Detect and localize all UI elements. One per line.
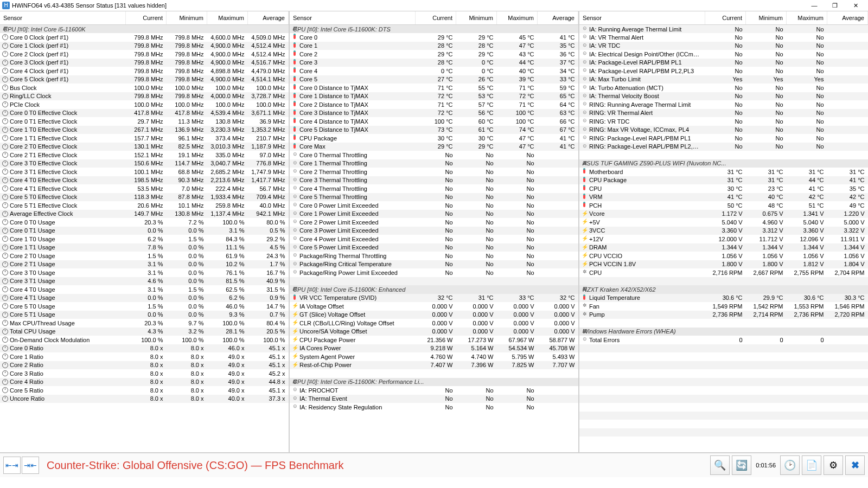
sensor-row[interactable]: Core 527 °C26 °C39 °C33 °C bbox=[290, 75, 578, 84]
sensor-row[interactable]: Core 4 Ratio8.0 x8.0 x49.0 x44.8 x bbox=[0, 378, 289, 387]
sensor-row[interactable]: IA: Package-Level RAPL/PBM PL2,PL3NoNoNo bbox=[579, 67, 868, 75]
sensor-row[interactable]: IA: VR TDCNoNoNo bbox=[579, 42, 868, 50]
section-header[interactable]: NZXT Kraken X42/X52/X62 bbox=[579, 285, 868, 294]
sensor-row[interactable]: RING: Package-Level RAPL/PBM PL2,PL3NoNo… bbox=[579, 143, 868, 151]
sensor-row[interactable]: Core 4 Thermal ThrottlingNoNoNo bbox=[290, 184, 578, 193]
sensor-row[interactable]: Core 1 Thermal ThrottlingNoNoNo bbox=[290, 159, 578, 168]
sensor-row[interactable]: Core 3 Power Limit ExceededNoNoNo bbox=[290, 227, 578, 235]
sensor-row[interactable]: Core 4 T0 Effective Clock198.5 MHz90.3 M… bbox=[0, 176, 289, 185]
sensor-row[interactable]: Core 5 T0 Usage1.5 %0.0 %46.0 %14.7 % bbox=[0, 302, 289, 311]
sensor-row[interactable]: Core 5 Thermal ThrottlingNoNoNo bbox=[290, 193, 578, 202]
col-current[interactable]: Current bbox=[126, 11, 167, 25]
col-minimum[interactable]: Minimum bbox=[746, 11, 787, 25]
sensor-row[interactable]: Core 4 Power Limit ExceededNoNoNo bbox=[290, 235, 578, 243]
sensor-row[interactable]: Core 5 Ratio8.0 x8.0 x49.0 x45.1 x bbox=[0, 386, 289, 395]
sensor-row[interactable]: CLR (CBo/LLC/Ring) Voltage Offset0.000 V… bbox=[290, 319, 578, 328]
sensor-row[interactable]: Core 5 T1 Effective Clock20.6 MHz10.1 MH… bbox=[0, 201, 289, 210]
sensor-row[interactable]: Core 1 T0 Effective Clock267.1 MHz136.9 … bbox=[0, 126, 289, 134]
col-maximum[interactable]: Maximum bbox=[787, 11, 827, 25]
sensor-row[interactable]: Core 1 T0 Usage6.2 %1.5 %84.3 %29.2 % bbox=[0, 235, 289, 243]
maximize-button[interactable]: ❐ bbox=[825, 0, 845, 11]
sensor-row[interactable]: Core 2 Power Limit ExceededNoNoNo bbox=[290, 218, 578, 227]
sensor-row[interactable]: PCH50 °C48 °C51 °C49 °C bbox=[579, 201, 868, 210]
sensor-row[interactable]: PCIe Clock100.0 MHz100.0 MHz100.0 MHz100… bbox=[0, 100, 289, 109]
sensor-row[interactable]: IA Voltage Offset0.000 V0.000 V0.000 V0.… bbox=[290, 302, 578, 311]
sensor-row[interactable]: Core 1 T1 Effective Clock157.7 MHz96.1 M… bbox=[0, 134, 289, 143]
section-header[interactable]: CPU [#0]: Intel Core i5-11600K: Enhanced bbox=[290, 285, 578, 294]
sensor-row[interactable]: CPU VCCIO1.056 V1.056 V1.056 V1.056 V bbox=[579, 252, 868, 260]
sensor-row[interactable]: Package/Ring Thermal ThrottlingNoNoNo bbox=[290, 252, 578, 260]
sensor-row[interactable]: IA: PROCHOTNoNoNo bbox=[290, 386, 578, 395]
sensor-row[interactable]: Total CPU Usage4.3 %3.2 %28.1 %20.5 % bbox=[0, 328, 289, 336]
sensor-row[interactable]: +5V5.040 V4.960 V5.040 V5.000 V bbox=[579, 218, 868, 227]
sensor-row[interactable]: 3VCC3.360 V3.312 V3.360 V3.322 V bbox=[579, 227, 868, 235]
sensor-row[interactable]: Core 3 Distance to TjMAX72 °C56 °C100 °C… bbox=[290, 109, 578, 118]
col-maximum[interactable]: Maximum bbox=[207, 11, 248, 25]
sensor-row[interactable]: GT (Slice) Voltage Offset0.000 V0.000 V0… bbox=[290, 311, 578, 319]
sensor-row[interactable]: Rest-of-Chip Power7.407 W7.396 W7.825 W7… bbox=[290, 361, 578, 370]
sensor-row[interactable]: Core 3 T0 Usage3.1 %0.0 %76.1 %16.7 % bbox=[0, 268, 289, 277]
sensor-row[interactable]: +12V12.000 V11.712 V12.096 V11.911 V bbox=[579, 235, 868, 243]
col-average[interactable]: Average bbox=[827, 11, 868, 25]
close-button[interactable]: ✕ bbox=[845, 0, 866, 11]
sensor-row[interactable]: Core 3 Clock (perf #1)799.8 MHz799.8 MHz… bbox=[0, 59, 289, 67]
sensor-row[interactable]: Vcore1.172 V0.675 V1.341 V1.220 V bbox=[579, 210, 868, 219]
sensor-row[interactable]: Uncore Ratio8.0 x8.0 x40.0 x37.3 x bbox=[0, 395, 289, 403]
settings-button[interactable]: ⚙ bbox=[824, 455, 843, 475]
sensor-row[interactable]: Core Max29 °C29 °C47 °C41 °C bbox=[290, 143, 578, 151]
sensor-row[interactable]: Core 2 T0 Effective Clock130.1 MHz82.5 M… bbox=[0, 143, 289, 151]
sensor-row[interactable]: Core 0 T1 Effective Clock29.7 MHz11.3 MH… bbox=[0, 117, 289, 126]
col-sensor[interactable]: Sensor bbox=[290, 11, 416, 25]
shrink-button[interactable]: ⇤⇥ bbox=[3, 457, 21, 474]
log-button[interactable]: 📄 bbox=[802, 455, 821, 475]
sensor-row[interactable]: System Agent Power4.760 W4.740 W5.795 W5… bbox=[290, 352, 578, 361]
sensor-row[interactable]: Bus Clock100.0 MHz100.0 MHz100.0 MHz100.… bbox=[0, 84, 289, 92]
sensor-row[interactable]: IA: Residency State RegulationNoNoNo bbox=[290, 403, 578, 412]
sensor-row[interactable]: RING: VR Thermal AlertNoNoNo bbox=[579, 109, 868, 118]
sensor-row[interactable]: CPU2,716 RPM2,667 RPM2,755 RPM2,704 RPM bbox=[579, 268, 868, 277]
minimize-button[interactable]: ― bbox=[804, 0, 825, 11]
sensor-row[interactable]: Core 3 T0 Effective Clock150.6 MHz114.7 … bbox=[0, 159, 289, 168]
sensor-row[interactable]: Core 2 Distance to TjMAX71 °C57 °C71 °C6… bbox=[290, 100, 578, 109]
sensor-row[interactable]: Core 4 Clock (perf #1)799.8 MHz799.8 MHz… bbox=[0, 67, 289, 75]
clock-button[interactable]: 🕑 bbox=[780, 455, 800, 475]
sensor-row[interactable]: VR VCC Temperature (SVID)32 °C31 °C33 °C… bbox=[290, 294, 578, 303]
find-button[interactable]: 🔍 bbox=[710, 455, 730, 475]
col-minimum[interactable]: Minimum bbox=[456, 11, 497, 25]
sensor-row[interactable]: Core 0 Ratio8.0 x8.0 x46.0 x45.1 x bbox=[0, 344, 289, 353]
sensor-row[interactable]: Core 5 Power Limit ExceededNoNoNo bbox=[290, 243, 578, 252]
sensor-row[interactable]: Core 1 T1 Usage7.8 %0.0 %11.1 %4.5 % bbox=[0, 243, 289, 252]
section-header[interactable]: ASUS TUF GAMING Z590-PLUS WIFI (Nuvoton … bbox=[579, 159, 868, 168]
section-header[interactable]: Windows Hardware Errors (WHEA) bbox=[579, 328, 868, 336]
sensor-row[interactable]: Core 4 Distance to TjMAX100 °C60 °C100 °… bbox=[290, 117, 578, 126]
sensor-row[interactable]: Motherboard31 °C31 °C31 °C31 °C bbox=[579, 168, 868, 176]
sensor-row[interactable]: Core 3 T1 Usage4.6 %0.0 %81.5 %40.9 % bbox=[0, 277, 289, 286]
sensor-row[interactable]: CPU Package Power21.356 W17.273 W67.967 … bbox=[290, 336, 578, 344]
sensor-row[interactable]: IA: Turbo Attenuation (MCT)NoNoNo bbox=[579, 84, 868, 92]
sensor-row[interactable]: Core 2 T1 Effective Clock152.1 MHz19.1 M… bbox=[0, 151, 289, 159]
expand-button[interactable]: ⇥⇤ bbox=[22, 457, 39, 474]
section-header[interactable]: CPU [#0]: Intel Core i5-11600K: Performa… bbox=[290, 378, 578, 387]
close-panel-button[interactable]: ✖ bbox=[845, 455, 865, 475]
sensor-row[interactable]: IA: VR Thermal AlertNoNoNo bbox=[579, 33, 868, 42]
sensor-row[interactable]: Core 229 °C29 °C43 °C36 °C bbox=[290, 50, 578, 59]
col-sensor[interactable]: Sensor bbox=[579, 11, 705, 25]
sensor-row[interactable]: Core 0 Clock (perf #1)799.8 MHz799.8 MHz… bbox=[0, 33, 289, 42]
sensor-row[interactable]: RING: Max VR Voltage, ICCmax, PL4NoNoNo bbox=[579, 126, 868, 134]
sensor-row[interactable]: Core 4 T0 Usage3.1 %1.5 %62.5 %31.5 % bbox=[0, 285, 289, 294]
sensor-row[interactable]: Core 1 Clock (perf #1)799.8 MHz799.8 MHz… bbox=[0, 42, 289, 50]
sensor-row[interactable]: RING: Package-Level RAPL/PBM PL1NoNoNo bbox=[579, 134, 868, 143]
sensor-row[interactable]: Core 2 T0 Usage1.5 %0.0 %61.9 %24.3 % bbox=[0, 252, 289, 260]
sensor-row[interactable]: Core 2 Thermal ThrottlingNoNoNo bbox=[290, 168, 578, 176]
sensor-row[interactable]: Pump2,736 RPM2,714 RPM2,736 RPM2,720 RPM bbox=[579, 311, 868, 319]
sensor-row[interactable]: Core 4 T1 Usage0.0 %0.0 %6.2 %0.9 % bbox=[0, 294, 289, 303]
sensor-row[interactable]: IA: Running Average Thermal LimitNoNoNo bbox=[579, 25, 868, 34]
sensor-row[interactable]: IA Cores Power9.218 W5.164 W54.534 W45.7… bbox=[290, 344, 578, 353]
sensor-row[interactable]: Uncore/SA Voltage Offset0.000 V0.000 V0.… bbox=[290, 328, 578, 336]
sensor-row[interactable]: Fan1,549 RPM1,542 RPM1,553 RPM1,546 RPM bbox=[579, 302, 868, 311]
sensor-row[interactable]: Core 2 T1 Usage3.1 %0.0 %10.2 %1.7 % bbox=[0, 260, 289, 269]
sensor-row[interactable]: Core 0 T0 Usage20.3 %7.2 %100.0 %80.0 % bbox=[0, 218, 289, 227]
sensor-row[interactable]: Core 029 °C29 °C45 °C41 °C bbox=[290, 33, 578, 42]
section-header[interactable]: CPU [#0]: Intel Core i5-11600K: DTS bbox=[290, 25, 578, 34]
sensor-row[interactable]: Total Errors000 bbox=[579, 336, 868, 344]
